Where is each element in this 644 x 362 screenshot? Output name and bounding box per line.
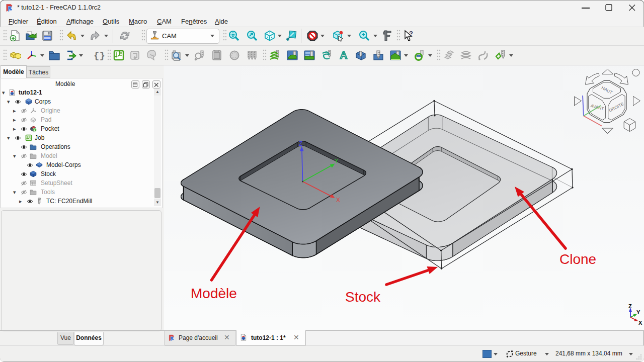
svg-text:Clone: Clone bbox=[559, 251, 596, 267]
svg-text:{}: {} bbox=[94, 50, 105, 61]
svg-text:Z: Z bbox=[628, 303, 632, 309]
svg-text:Y: Y bbox=[636, 309, 640, 315]
svg-text:?: ? bbox=[409, 30, 413, 37]
svg-text:X: X bbox=[336, 197, 340, 204]
svg-text:X: X bbox=[638, 320, 642, 326]
svg-text:Stock: Stock bbox=[345, 289, 381, 305]
svg-text:Modèle: Modèle bbox=[191, 286, 237, 301]
svg-text:Z: Z bbox=[299, 140, 302, 147]
svg-text:Y: Y bbox=[335, 158, 339, 164]
